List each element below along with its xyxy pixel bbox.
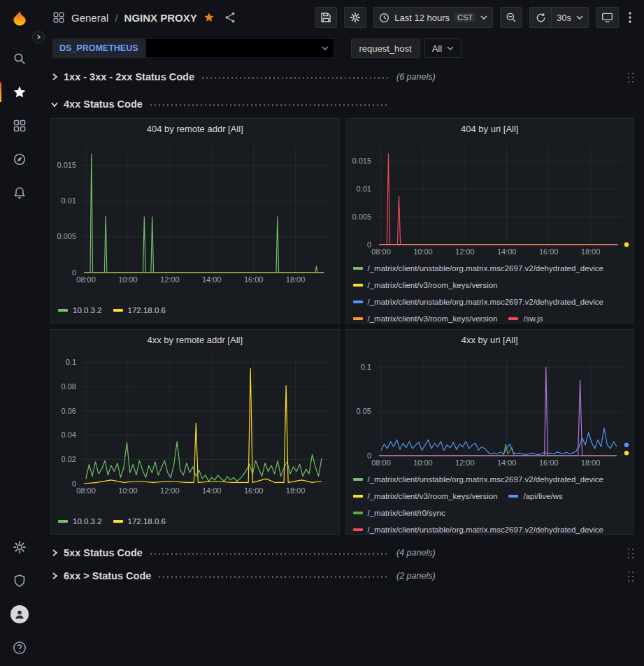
legend-swatch bbox=[353, 267, 363, 270]
sidebar-bottom bbox=[0, 530, 38, 666]
share-icon[interactable] bbox=[224, 11, 236, 24]
datasource-variable-label[interactable]: DS_PROMETHEUS bbox=[52, 38, 145, 58]
save-dashboard-button[interactable] bbox=[315, 7, 337, 28]
svg-text:14:00: 14:00 bbox=[202, 486, 222, 495]
legend-swatch bbox=[58, 309, 68, 312]
legend-item[interactable]: /_matrix/client/v3/room_keys/version bbox=[353, 488, 498, 505]
legend-swatch bbox=[58, 520, 68, 523]
favorite-star-icon[interactable] bbox=[203, 12, 215, 23]
row-drag-handle[interactable] bbox=[627, 547, 634, 559]
legend-item[interactable]: /_matrix/client/v3/room_keys/version bbox=[353, 277, 498, 294]
legend-label: /_matrix/client/v3/room_keys/version bbox=[368, 281, 498, 289]
legend-label: /_matrix/client/v3/room_keys/version bbox=[368, 314, 498, 323]
svg-text:16:00: 16:00 bbox=[538, 458, 558, 467]
row-drag-handle[interactable] bbox=[627, 570, 634, 582]
legend-item[interactable]: /api/live/ws bbox=[508, 488, 562, 505]
sidebar-expand-button[interactable] bbox=[32, 31, 45, 43]
panel-title[interactable]: 4xx by uri [All] bbox=[346, 330, 634, 349]
dashboard-row-5xx[interactable]: 5xx Status Code (4 panels) bbox=[50, 544, 634, 562]
grafana-logo[interactable] bbox=[9, 10, 30, 31]
legend-swatch bbox=[353, 478, 363, 481]
refresh-interval-button[interactable]: 30s bbox=[551, 7, 589, 28]
sidebar-item-configuration[interactable] bbox=[0, 530, 38, 564]
timeseries-chart[interactable]: 08:0010:0012:0014:0016:0018:0000.020.040… bbox=[52, 349, 338, 498]
legend-swatch bbox=[353, 495, 363, 498]
dashboard-canvas: 1xx - 3xx - 2xx Status Code (6 panels) 4… bbox=[38, 61, 644, 666]
legend-item[interactable]: 172.18.0.6 bbox=[113, 515, 166, 528]
legend-item[interactable]: /_matrix/client/r0/sync bbox=[353, 505, 445, 521]
legend-item[interactable]: 10.0.3.2 bbox=[58, 304, 102, 317]
timeseries-chart[interactable]: 08:0010:0012:0014:0016:0018:0000.050.1 bbox=[348, 349, 633, 470]
panel-4xx-by-uri: 4xx by uri [All] 08:0010:0012:0014:0016:… bbox=[345, 329, 635, 535]
sidebar-item-alerting[interactable] bbox=[0, 176, 38, 210]
legend-item[interactable]: /_matrix/client/v3/room_keys/version bbox=[353, 310, 498, 323]
chevron-down-icon bbox=[317, 46, 334, 50]
row-title: 6xx > Status Code bbox=[64, 570, 151, 581]
timeseries-chart[interactable]: 08:0010:0012:0014:0016:0018:0000.0050.01… bbox=[52, 138, 338, 287]
legend-label: /_matrix/client/unstable/org.matrix.msc2… bbox=[368, 298, 604, 306]
datasource-variable-value bbox=[146, 39, 317, 57]
legend-label: 10.0.3.2 bbox=[73, 306, 102, 314]
sidebar-item-explore[interactable] bbox=[0, 143, 38, 176]
svg-text:0.005: 0.005 bbox=[57, 232, 76, 240]
sidebar-item-help[interactable] bbox=[0, 631, 38, 665]
svg-text:0: 0 bbox=[366, 240, 371, 249]
svg-text:0.08: 0.08 bbox=[62, 382, 76, 391]
legend-item[interactable]: /_matrix/client/unstable/org.matrix.msc2… bbox=[353, 521, 604, 534]
dashboard-title[interactable]: NGINX PROXY bbox=[124, 12, 197, 24]
legend-item[interactable]: /_matrix/client/unstable/org.matrix.msc2… bbox=[353, 471, 604, 488]
row-drag-handle[interactable] bbox=[627, 71, 634, 83]
dashboard-row-1xx-3xx-2xx[interactable]: 1xx - 3xx - 2xx Status Code (6 panels) bbox=[50, 68, 634, 86]
svg-text:10:00: 10:00 bbox=[118, 275, 138, 284]
sidebar-item-dashboards[interactable] bbox=[0, 109, 38, 143]
timeseries-chart[interactable]: 08:0010:0012:0014:0016:0018:0000.0050.01… bbox=[348, 138, 633, 259]
panel-title[interactable]: 404 by remote addr [All] bbox=[51, 119, 339, 138]
legend-label: /_matrix/client/r0/sync bbox=[368, 509, 445, 517]
datasource-variable-select[interactable] bbox=[145, 38, 334, 58]
legend-item[interactable]: /_matrix/client/unstable/org.matrix.msc2… bbox=[353, 260, 604, 277]
star-icon bbox=[13, 85, 27, 99]
tv-mode-button[interactable] bbox=[596, 7, 619, 28]
sidebar-item-server-admin[interactable] bbox=[0, 564, 38, 598]
legend-label: /_matrix/client/unstable/org.matrix.msc2… bbox=[368, 526, 604, 534]
legend: 10.0.3.2172.18.0.6 bbox=[51, 515, 339, 534]
legend-label: 10.0.3.2 bbox=[73, 517, 102, 526]
row-panel-count: (2 panels) bbox=[396, 571, 436, 581]
apps-grid-icon[interactable] bbox=[52, 11, 65, 24]
chart-svg: 08:0010:0012:0014:0016:0018:0000.050.1 bbox=[348, 349, 633, 470]
svg-text:16:00: 16:00 bbox=[244, 486, 264, 495]
sidebar-item-starred[interactable] bbox=[0, 75, 38, 109]
dashboard-settings-button[interactable] bbox=[344, 7, 366, 28]
shield-icon bbox=[13, 574, 27, 588]
svg-text:16:00: 16:00 bbox=[244, 275, 264, 284]
panel-title[interactable]: 4xx by remote addr [All] bbox=[51, 330, 339, 349]
svg-text:0.1: 0.1 bbox=[66, 358, 76, 366]
svg-text:0.02: 0.02 bbox=[62, 455, 76, 463]
request-host-variable-select[interactable]: All bbox=[424, 38, 461, 58]
dashboard-row-4xx[interactable]: 4xx Status Code bbox=[50, 95, 634, 113]
sidebar-item-profile[interactable] bbox=[0, 598, 38, 631]
request-host-variable-label[interactable]: request_host bbox=[351, 38, 420, 58]
svg-text:0.05: 0.05 bbox=[356, 407, 371, 415]
legend-item[interactable]: /sw.js bbox=[508, 310, 543, 323]
kebab-menu-button[interactable] bbox=[626, 12, 634, 23]
legend-label: /_matrix/client/unstable/org.matrix.msc2… bbox=[368, 475, 604, 484]
time-range-label: Last 12 hours bbox=[394, 13, 450, 23]
legend-swatch bbox=[508, 317, 518, 320]
breadcrumb-folder[interactable]: General bbox=[71, 12, 108, 24]
panel-404-by-uri: 404 by uri [All] 08:0010:0012:0014:0016:… bbox=[345, 118, 635, 324]
zoom-out-button[interactable] bbox=[500, 7, 522, 28]
dashboard-row-6xx[interactable]: 6xx > Status Code (2 panels) bbox=[50, 567, 634, 585]
legend-label: 172.18.0.6 bbox=[128, 517, 166, 526]
time-range-picker[interactable]: Last 12 hours CST bbox=[373, 7, 493, 28]
refresh-button[interactable] bbox=[529, 7, 552, 28]
legend-item[interactable]: 172.18.0.6 bbox=[113, 304, 166, 317]
panel-title[interactable]: 404 by uri [All] bbox=[346, 119, 634, 138]
sidebar-item-search[interactable] bbox=[0, 42, 38, 75]
svg-text:0.01: 0.01 bbox=[62, 196, 76, 205]
svg-text:14:00: 14:00 bbox=[496, 458, 516, 467]
legend-item[interactable]: /_matrix/client/unstable/org.matrix.msc2… bbox=[353, 294, 604, 310]
svg-text:08:00: 08:00 bbox=[371, 458, 391, 467]
bell-icon bbox=[13, 186, 27, 200]
legend-item[interactable]: 10.0.3.2 bbox=[58, 515, 102, 528]
